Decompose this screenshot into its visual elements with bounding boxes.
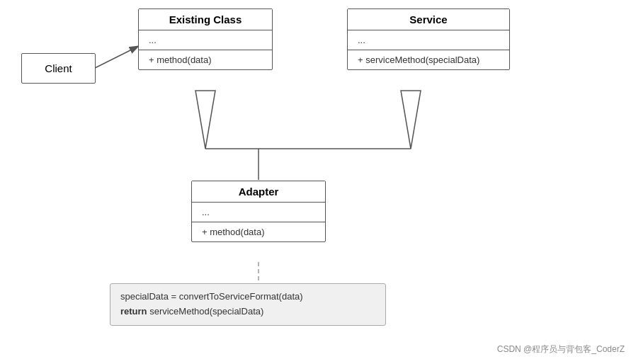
client-box: Client (21, 53, 96, 84)
adapter-body: ... (192, 203, 325, 222)
adapter-box: Adapter ... + method(data) (191, 181, 326, 242)
adapter-name: Adapter (192, 181, 325, 203)
svg-marker-9 (401, 91, 421, 149)
note-line2-rest: serviceMethod(specialData) (147, 306, 264, 317)
adapter-method: + method(data) (192, 222, 325, 241)
note-line1: specialData = convertToServiceFormat(dat… (120, 290, 375, 305)
existing-class-body: ... (139, 30, 272, 50)
watermark: CSDN @程序员与背包客_CoderZ (497, 343, 625, 356)
svg-marker-8 (195, 91, 215, 149)
client-label: Client (45, 62, 72, 74)
service-body: ... (348, 30, 509, 50)
diagram-container: Client Existing Class ... + method(data)… (0, 0, 636, 364)
svg-line-3 (93, 46, 139, 69)
service-box: Service ... + serviceMethod(specialData) (347, 8, 510, 70)
existing-class-box: Existing Class ... + method(data) (138, 8, 273, 70)
existing-class-name: Existing Class (139, 9, 272, 30)
service-name: Service (348, 9, 509, 30)
note-box: specialData = convertToServiceFormat(dat… (110, 283, 386, 326)
service-method: + serviceMethod(specialData) (348, 50, 509, 69)
existing-class-method: + method(data) (139, 50, 272, 69)
note-line2: return serviceMethod(specialData) (120, 305, 375, 319)
note-return-keyword: return (120, 306, 147, 317)
